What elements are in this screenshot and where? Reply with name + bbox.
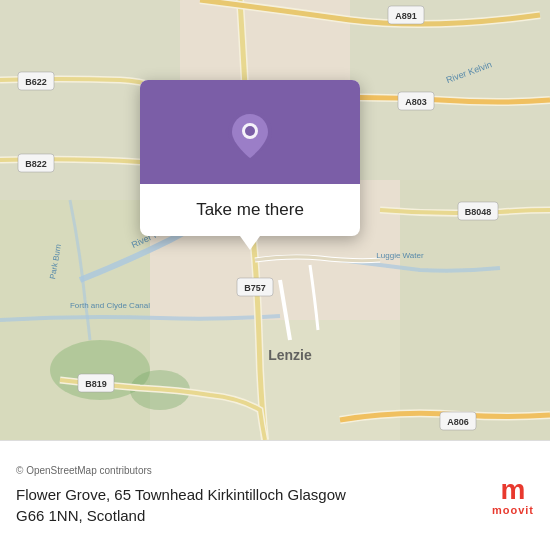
- map-container: B757 A891 A803 B622 B822 B8048 B819 A806…: [0, 0, 550, 440]
- svg-text:B622: B622: [25, 77, 47, 87]
- address-text: Flower Grove, 65 Townhead Kirkintilloch …: [16, 484, 480, 526]
- location-pin-icon: [226, 108, 274, 164]
- svg-text:B757: B757: [244, 283, 266, 293]
- moovit-brand-name: moovit: [492, 504, 534, 516]
- svg-text:B822: B822: [25, 159, 47, 169]
- svg-text:Forth and Clyde Canal: Forth and Clyde Canal: [70, 301, 150, 310]
- svg-text:A891: A891: [395, 11, 417, 21]
- svg-text:B819: B819: [85, 379, 107, 389]
- address-line2: G66 1NN, Scotland: [16, 507, 145, 524]
- take-me-there-button[interactable]: Take me there: [140, 184, 360, 236]
- moovit-logo: m moovit: [492, 476, 534, 516]
- svg-text:Lenzie: Lenzie: [268, 347, 312, 363]
- address-line1: Flower Grove, 65 Townhead Kirkintilloch …: [16, 486, 346, 503]
- bottom-left: © OpenStreetMap contributors Flower Grov…: [16, 465, 480, 526]
- svg-point-32: [245, 126, 255, 136]
- moovit-m-letter: m: [501, 476, 526, 504]
- svg-rect-5: [150, 320, 400, 440]
- svg-text:A803: A803: [405, 97, 427, 107]
- location-tooltip[interactable]: Take me there: [140, 80, 360, 236]
- svg-text:B8048: B8048: [465, 207, 492, 217]
- copyright-text: © OpenStreetMap contributors: [16, 465, 480, 476]
- svg-text:Luggie Water: Luggie Water: [376, 251, 424, 260]
- tooltip-pin-area: [140, 80, 360, 184]
- bottom-panel: © OpenStreetMap contributors Flower Grov…: [0, 440, 550, 550]
- svg-text:A806: A806: [447, 417, 469, 427]
